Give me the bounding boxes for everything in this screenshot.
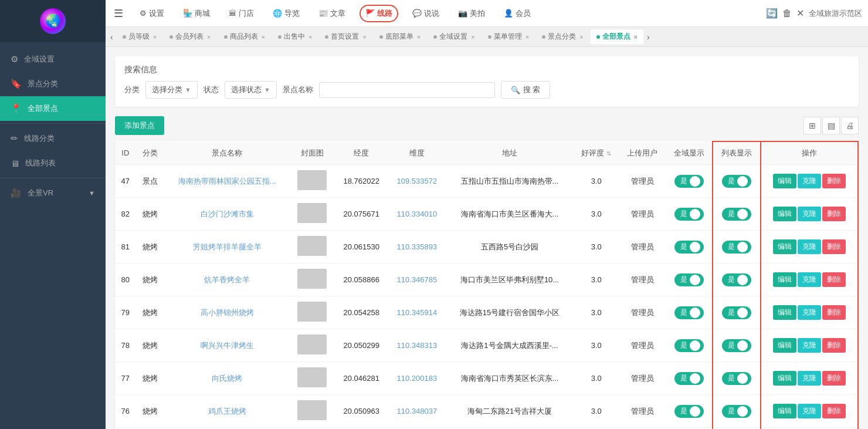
tab-close-4[interactable]: × xyxy=(362,33,366,40)
tab-close-9[interactable]: × xyxy=(634,33,638,40)
tab-member-list[interactable]: 会员列表 × xyxy=(164,29,216,44)
global-display-toggle[interactable]: 是 xyxy=(674,273,704,286)
list-view-icon[interactable]: ▤ xyxy=(822,117,840,134)
clone-button[interactable]: 克隆 xyxy=(798,371,821,386)
list-display-toggle[interactable]: 是 xyxy=(722,208,751,221)
global-display-toggle[interactable]: 是 xyxy=(674,372,704,385)
delete-button[interactable]: 删除 xyxy=(822,207,846,221)
list-display-toggle[interactable]: 是 xyxy=(722,175,751,188)
nav-guide[interactable]: 🌐 导览 xyxy=(268,6,304,21)
tab-menu-manage[interactable]: 菜单管理 × xyxy=(482,29,535,44)
lat-link[interactable]: 110.345914 xyxy=(396,308,437,317)
tab-global-settings[interactable]: 全域设置 × xyxy=(428,29,480,44)
nav-photo[interactable]: 📷 美拍 xyxy=(453,6,490,21)
global-display-toggle[interactable]: 是 xyxy=(674,208,704,221)
lat-link[interactable]: 110.335893 xyxy=(396,242,437,251)
scenic-name-link[interactable]: 啊兴兴牛津烤生 xyxy=(201,341,254,350)
tab-close-8[interactable]: × xyxy=(579,33,583,40)
list-display-toggle[interactable]: 是 xyxy=(722,241,751,254)
tab-close-5[interactable]: × xyxy=(417,33,421,40)
delete-button[interactable]: 删除 xyxy=(822,404,846,418)
clone-button[interactable]: 克隆 xyxy=(798,174,821,188)
scenic-name-link[interactable]: 高小胖锦州烧烤 xyxy=(201,308,254,317)
tab-close-6[interactable]: × xyxy=(471,33,474,40)
tab-on-sale[interactable]: 出售中 × xyxy=(272,29,318,44)
tab-close-3[interactable]: × xyxy=(308,33,312,40)
tab-prev-arrow[interactable]: ‹ xyxy=(108,32,116,42)
scenic-name-link[interactable]: 海南热带雨林国家公园五指... xyxy=(178,177,276,185)
global-display-toggle[interactable]: 是 xyxy=(674,306,704,319)
tab-close-7[interactable]: × xyxy=(525,33,529,40)
scenic-name-link[interactable]: 芳姐烤羊排羊腿全羊 xyxy=(193,242,262,251)
nav-member[interactable]: 👤 会员 xyxy=(499,6,535,21)
clone-button[interactable]: 克隆 xyxy=(798,272,821,287)
edit-button[interactable]: 编辑 xyxy=(773,371,796,386)
nav-store[interactable]: 🏛 门店 xyxy=(224,6,259,21)
edit-button[interactable]: 编辑 xyxy=(773,239,796,254)
sidebar-item-route-category[interactable]: ✏ 线路分类 xyxy=(0,126,106,151)
grid-view-icon[interactable]: ⊞ xyxy=(803,117,821,134)
delete-button[interactable]: 删除 xyxy=(822,338,846,353)
category-select[interactable]: 选择分类 ▼ xyxy=(145,81,198,99)
list-display-toggle[interactable]: 是 xyxy=(722,372,751,385)
sidebar-item-vr[interactable]: 🎥 全景VR ▼ xyxy=(0,181,106,205)
tab-scenic-category[interactable]: 景点分类 × xyxy=(536,29,589,44)
global-display-toggle[interactable]: 是 xyxy=(674,339,704,352)
clone-button[interactable]: 克隆 xyxy=(798,207,821,221)
clone-button[interactable]: 克隆 xyxy=(798,338,821,353)
tab-close-2[interactable]: × xyxy=(262,33,265,40)
delete-button[interactable]: 删除 xyxy=(822,174,846,188)
scenic-name-link[interactable]: 白沙门沙滩市集 xyxy=(201,210,254,218)
nav-settings[interactable]: ⚙ 设置 xyxy=(135,6,169,21)
tab-member-level[interactable]: 员等级 × xyxy=(117,29,162,44)
tab-product-list[interactable]: 商品列表 × xyxy=(218,29,271,44)
lat-link[interactable]: 110.334010 xyxy=(396,210,437,218)
status-select[interactable]: 选择状态 ▼ xyxy=(225,81,277,99)
name-input[interactable] xyxy=(319,82,495,98)
tab-all-scenic[interactable]: 全部景点 × xyxy=(591,29,643,44)
delete-button[interactable]: 删除 xyxy=(822,305,846,320)
delete-icon[interactable]: 🗑 xyxy=(782,8,792,19)
list-display-toggle[interactable]: 是 xyxy=(722,405,751,418)
nav-shop[interactable]: 🏪 商城 xyxy=(178,6,215,21)
search-button[interactable]: 🔍 搜 索 xyxy=(501,81,551,99)
scenic-name-link[interactable]: 鸡爪王烧烤 xyxy=(208,407,246,416)
lat-link[interactable]: 110.348037 xyxy=(396,407,437,416)
global-display-toggle[interactable]: 是 xyxy=(674,241,704,254)
edit-button[interactable]: 编辑 xyxy=(773,174,796,188)
lat-link[interactable]: 109.533572 xyxy=(396,177,437,185)
sidebar-item-scenic-category[interactable]: 🔖 景点分类 xyxy=(0,72,106,96)
clone-button[interactable]: 克隆 xyxy=(798,404,821,418)
edit-button[interactable]: 编辑 xyxy=(773,207,796,221)
menu-icon[interactable]: ☰ xyxy=(111,5,126,22)
delete-button[interactable]: 删除 xyxy=(822,239,846,254)
close-icon[interactable]: ✕ xyxy=(796,8,804,19)
nav-route[interactable]: 🚩 线路 xyxy=(360,5,398,22)
edit-button[interactable]: 编辑 xyxy=(773,404,796,418)
nav-article[interactable]: 📰 文章 xyxy=(314,6,350,21)
add-scenic-button[interactable]: 添加景点 xyxy=(115,116,164,135)
clone-button[interactable]: 克隆 xyxy=(798,305,821,320)
clone-button[interactable]: 克隆 xyxy=(798,239,821,254)
edit-button[interactable]: 编辑 xyxy=(773,338,796,353)
scenic-name-link[interactable]: 炕羊香烤全羊 xyxy=(204,275,250,284)
list-display-toggle[interactable]: 是 xyxy=(722,306,751,319)
tab-home-settings[interactable]: 首页设置 × xyxy=(319,29,372,44)
global-display-toggle[interactable]: 是 xyxy=(674,405,704,418)
tab-bottom-menu[interactable]: 底部菜单 × xyxy=(374,29,426,44)
print-icon[interactable]: 🖨 xyxy=(841,117,859,134)
refresh-icon[interactable]: 🔄 xyxy=(766,8,778,19)
lat-link[interactable]: 110.348313 xyxy=(396,341,437,350)
list-display-toggle[interactable]: 是 xyxy=(722,339,751,352)
sidebar-item-global-settings[interactable]: ⚙ 全域设置 xyxy=(0,47,106,72)
delete-button[interactable]: 删除 xyxy=(822,272,846,287)
global-display-toggle[interactable]: 是 xyxy=(674,175,704,188)
list-display-toggle[interactable]: 是 xyxy=(722,273,751,286)
sidebar-item-all-scenic[interactable]: 📍 全部景点 xyxy=(0,96,106,121)
tab-close-0[interactable]: × xyxy=(153,33,157,40)
scenic-name-link[interactable]: 向氏烧烤 xyxy=(212,374,242,383)
lat-link[interactable]: 110.346785 xyxy=(396,275,437,284)
edit-button[interactable]: 编辑 xyxy=(773,305,796,320)
nav-talk[interactable]: 💬 说说 xyxy=(408,6,444,21)
lat-link[interactable]: 110.200183 xyxy=(396,374,437,383)
